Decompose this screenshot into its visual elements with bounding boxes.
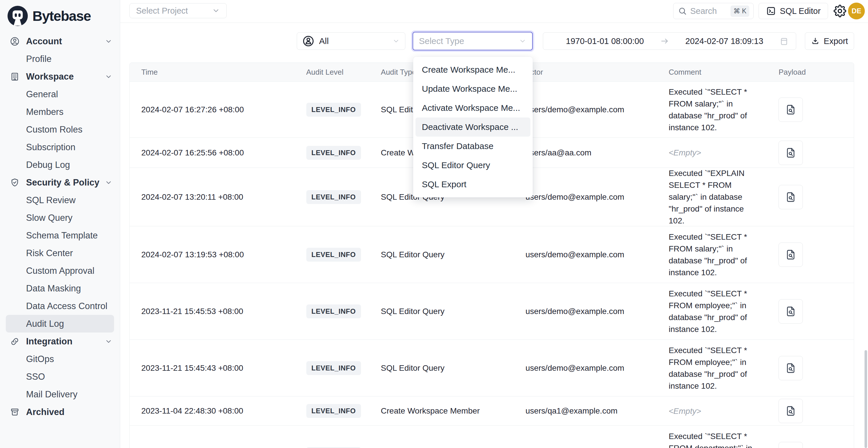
chevron-down-icon (105, 38, 112, 45)
sidebar-item-label: Data Access Control (26, 301, 107, 311)
sidebar-section-security-policy[interactable]: Security & Policy (0, 174, 120, 191)
sidebar-item-debug-log[interactable]: Debug Log (0, 156, 120, 174)
calendar-icon (779, 36, 789, 46)
section-label: Security & Policy (26, 178, 105, 188)
view-payload-button[interactable] (778, 98, 803, 122)
type-filter-placeholder: Select Type (419, 36, 519, 46)
audit-level-badge: LEVEL_INFO (306, 404, 361, 418)
sidebar-item-data-access-control[interactable]: Data Access Control (0, 297, 120, 315)
table-row: 2023-11-04 21:26:24 +08:00 LEVEL_INFO SQ… (130, 426, 854, 448)
column-header-time: Time (130, 68, 306, 77)
sidebar-item-subscription[interactable]: Subscription (0, 138, 120, 156)
building-icon (10, 72, 20, 82)
sidebar-item-label: General (26, 89, 58, 100)
sidebar-item-mail-delivery[interactable]: Mail Delivery (0, 385, 120, 403)
menu-item-activate-workspace-member[interactable]: Activate Workspace Me... (413, 98, 533, 118)
sidebar-item-profile[interactable]: Profile (0, 50, 120, 68)
sidebar-item-members[interactable]: Members (0, 103, 120, 121)
audit-comment: Executed `"SELECT * FROM department;"` i… (669, 430, 777, 448)
sidebar-item-schema-template[interactable]: Schema Template (0, 227, 120, 244)
sql-editor-button[interactable]: SQL Editor (758, 3, 828, 19)
chevron-down-icon (392, 37, 400, 45)
menu-item-transfer-database[interactable]: Transfer Database (413, 137, 533, 156)
project-select[interactable]: Select Project (129, 3, 227, 18)
sidebar-item-slow-query[interactable]: Slow Query (0, 209, 120, 227)
view-payload-button[interactable] (778, 243, 803, 267)
sidebar: Bytebase Account Profile Workspace Gener… (0, 0, 120, 448)
brand-logo[interactable]: Bytebase (0, 0, 120, 26)
audit-payload-cell (777, 356, 854, 380)
audit-level-badge: LEVEL_INFO (306, 146, 361, 160)
sidebar-item-sso[interactable]: SSO (0, 368, 120, 385)
audit-level-badge: LEVEL_INFO (306, 248, 361, 262)
date-from-value[interactable]: 1970-01-01 08:00:00 (550, 36, 660, 46)
audit-level-badge: LEVEL_INFO (306, 305, 361, 318)
date-range-picker[interactable]: 1970-01-01 08:00:00 2024-02-07 18:09:13 (543, 32, 796, 50)
sidebar-item-label: SQL Review (26, 195, 75, 205)
user-avatar[interactable]: DE (848, 3, 865, 20)
column-header-payload: Payload (777, 68, 854, 77)
column-header-audit-level: Audit Level (306, 68, 381, 77)
sidebar-section-integration[interactable]: Integration (0, 332, 120, 350)
menu-item-sql-editor-query[interactable]: SQL Editor Query (413, 156, 533, 175)
audit-time: 2024-02-07 16:25:56 +08:00 (130, 148, 306, 157)
section-label: Archived (26, 407, 112, 417)
sidebar-item-risk-center[interactable]: Risk Center (0, 244, 120, 262)
sidebar-section-archived[interactable]: Archived (0, 403, 120, 421)
view-payload-button[interactable] (778, 185, 803, 209)
audit-payload-cell (777, 185, 854, 209)
view-payload-button[interactable] (778, 299, 803, 324)
view-payload-button[interactable] (778, 141, 803, 165)
actor-filter-select[interactable]: All (297, 32, 405, 50)
table-row: 2023-11-21 15:45:43 +08:00 LEVEL_INFO SQ… (130, 340, 854, 396)
sidebar-item-data-masking[interactable]: Data Masking (0, 280, 120, 297)
export-button[interactable]: Export (805, 32, 854, 50)
audit-payload-cell (777, 299, 854, 324)
column-header-actor: Actor (526, 68, 669, 77)
sidebar-item-label: Debug Log (26, 160, 70, 170)
menu-item-sql-export[interactable]: SQL Export (413, 175, 533, 194)
link-icon (10, 337, 20, 346)
sidebar-item-general[interactable]: General (0, 85, 120, 103)
arrow-right-icon (660, 36, 670, 46)
sidebar-item-sql-review[interactable]: SQL Review (0, 191, 120, 209)
archive-icon (10, 407, 20, 417)
menu-item-deactivate-workspace-member[interactable]: Deactivate Workspace ... (415, 118, 530, 137)
sql-editor-label: SQL Editor (780, 6, 821, 16)
date-to-value[interactable]: 2024-02-07 18:09:13 (670, 36, 779, 46)
settings-gear-icon[interactable] (833, 3, 847, 19)
file-search-icon (785, 405, 797, 417)
audit-level-badge: LEVEL_INFO (306, 361, 361, 375)
view-payload-button[interactable] (778, 356, 803, 380)
search-placeholder: Search (690, 6, 731, 16)
audit-type: SQL Editor Query (381, 307, 526, 316)
sidebar-section-workspace[interactable]: Workspace (0, 68, 120, 85)
terminal-icon (766, 6, 776, 16)
sidebar-item-custom-roles[interactable]: Custom Roles (0, 121, 120, 138)
sidebar-item-label: Audit Log (26, 319, 64, 329)
file-search-icon (785, 362, 797, 374)
section-label: Integration (26, 336, 105, 347)
vertical-scrollbar[interactable] (865, 350, 867, 448)
type-filter-select[interactable]: Select Type (412, 32, 533, 50)
table-row: 2023-11-04 22:48:30 +08:00 LEVEL_INFO Cr… (130, 396, 854, 426)
menu-item-create-workspace-member[interactable]: Create Workspace Me... (413, 60, 533, 79)
sidebar-item-custom-approval[interactable]: Custom Approval (0, 262, 120, 280)
audit-comment: Executed `"EXPLAIN SELECT * FROM salary;… (669, 167, 777, 227)
view-payload-button[interactable] (778, 399, 803, 423)
sidebar-section-account[interactable]: Account (0, 32, 120, 50)
audit-payload-cell (777, 399, 854, 423)
menu-item-update-workspace-member[interactable]: Update Workspace Me... (413, 79, 533, 98)
audit-actor: users/demo@example.com (526, 307, 669, 316)
search-input[interactable]: Search ⌘ K (673, 3, 754, 19)
sidebar-item-gitops[interactable]: GitOps (0, 350, 120, 368)
sidebar-item-label: Mail Delivery (26, 389, 77, 400)
sidebar-item-label: Custom Approval (26, 266, 94, 276)
actor-filter-value: All (319, 36, 392, 46)
section-label: Account (26, 36, 105, 46)
sidebar-item-audit-log[interactable]: Audit Log (6, 315, 114, 332)
audit-comment: <Empty> (669, 147, 777, 159)
view-payload-button[interactable] (778, 442, 803, 448)
audit-log-page: { "brand": { "name": "Bytebase" }, "topb… (0, 0, 868, 448)
sidebar-item-label: Schema Template (26, 230, 98, 241)
